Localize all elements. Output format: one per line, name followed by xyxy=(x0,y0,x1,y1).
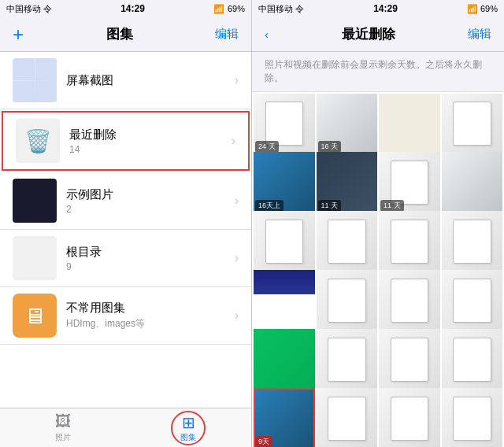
album-item-screenshots[interactable]: 屏幕截图 › xyxy=(0,52,251,109)
time-left: 14:29 xyxy=(120,3,145,14)
arrow-icon-screenshots: › xyxy=(235,73,239,87)
album-name-sample: 示例图片 xyxy=(66,187,235,202)
edit-button-left[interactable]: 编辑 xyxy=(215,27,239,42)
tab-item-albums[interactable]: ⊞ 图集 xyxy=(126,411,252,445)
photo-cell-18[interactable] xyxy=(317,329,378,390)
photo-cell-21[interactable]: 9天 xyxy=(254,388,315,447)
album-count-deleted: 14 xyxy=(69,144,232,155)
arrow-icon-root: › xyxy=(235,251,239,265)
album-name-screenshots: 屏幕截图 xyxy=(66,73,235,88)
arrow-icon-sample: › xyxy=(235,194,239,208)
photo-cell-23[interactable] xyxy=(379,388,440,447)
photo-cell-1[interactable]: 24 天 xyxy=(254,94,315,155)
photo-cell-7[interactable]: 11 天 xyxy=(379,152,440,213)
thumb-mini-4 xyxy=(35,81,57,103)
thumb-mini-1 xyxy=(13,58,35,80)
album-thumb-unused: 🖥 xyxy=(13,294,57,338)
photo-cell-13[interactable] xyxy=(254,270,315,331)
battery-left: 69% xyxy=(228,4,245,13)
photos-icon: 🖼 xyxy=(55,412,71,430)
album-info-root: 根目录 9 xyxy=(66,245,235,272)
tab-label-albums: 图集 xyxy=(180,432,196,443)
days-badge-7: 11 天 xyxy=(380,200,404,212)
album-thumb-root xyxy=(13,236,57,280)
photo-cell-10[interactable] xyxy=(317,211,378,272)
battery-right: 69% xyxy=(480,4,498,13)
arrow-icon-deleted: › xyxy=(232,134,235,148)
album-thumb-trash: 🗑️ xyxy=(16,119,60,163)
nav-bar-right: ‹ 最近删除 编辑 xyxy=(252,17,504,52)
page-title-right: 最近删除 xyxy=(342,25,395,43)
photo-cell-5[interactable]: 16天上 xyxy=(254,152,315,213)
album-count-root: 9 xyxy=(66,261,235,272)
right-panel: 中国移动 令 14:29 📶 69% ‹ 最近删除 编辑 照片和视频在删除前会显… xyxy=(252,0,504,447)
photo-cell-9[interactable] xyxy=(254,211,315,272)
carrier-left: 中国移动 令 xyxy=(6,3,52,15)
album-name-unused: 不常用图集 xyxy=(66,301,235,316)
album-thumb-screenshots xyxy=(13,58,57,102)
days-badge-5: 16天上 xyxy=(255,200,284,212)
photo-cell-19[interactable] xyxy=(379,329,440,390)
status-bar-left: 中国移动 令 14:29 📶 69% xyxy=(0,0,251,17)
photo-cell-17[interactable] xyxy=(254,329,315,390)
tab-active-ring: ⊞ 图集 xyxy=(171,411,206,445)
album-info-sample: 示例图片 2 xyxy=(66,187,235,215)
album-info-unused: 不常用图集 HDImg、images等 xyxy=(66,301,235,331)
photo-cell-20[interactable] xyxy=(442,329,503,390)
photo-cell-4[interactable] xyxy=(442,94,503,155)
album-item-sample[interactable]: 示例图片 2 › xyxy=(0,172,251,230)
album-count-sample: 2 xyxy=(66,204,235,215)
photo-cell-8[interactable] xyxy=(442,152,503,213)
photo-cell-24[interactable] xyxy=(442,388,503,447)
photo-cell-14[interactable] xyxy=(317,270,378,331)
photo-cell-15[interactable] xyxy=(379,270,440,331)
days-badge-1: 24 天 xyxy=(255,141,279,153)
thumb-mini-2 xyxy=(35,58,57,80)
tab-label-photos: 照片 xyxy=(55,432,71,443)
album-name-deleted: 最近删除 xyxy=(69,127,232,142)
carrier-right: 中国移动 令 xyxy=(258,3,304,15)
edit-button-right[interactable]: 编辑 xyxy=(468,27,491,42)
right-icons-left: 📶 69% xyxy=(213,4,245,14)
photo-cell-12[interactable] xyxy=(442,211,503,272)
back-button[interactable]: ‹ xyxy=(265,28,269,41)
chevron-left-icon: ‹ xyxy=(265,28,269,41)
time-right: 14:29 xyxy=(373,3,398,14)
nav-bar-left: + 图集 编辑 xyxy=(0,17,251,52)
signal-icon-right: 📶 xyxy=(467,4,478,13)
photo-cell-3[interactable] xyxy=(379,94,440,155)
monitor-icon: 🖥 xyxy=(24,303,46,329)
album-info-screenshots: 屏幕截图 xyxy=(66,73,235,88)
trash-icon: 🗑️ xyxy=(24,128,52,154)
tab-item-photos[interactable]: 🖼 照片 xyxy=(0,412,126,443)
photo-cell-6[interactable]: 11 天 xyxy=(317,152,378,213)
days-badge-6: 11 天 xyxy=(318,200,342,212)
photo-cell-2[interactable]: 16 天 xyxy=(317,94,378,155)
days-badge-21: 9天 xyxy=(255,436,272,447)
page-title-left: 图集 xyxy=(106,25,133,43)
album-item-recent-deleted[interactable]: 🗑️ 最近删除 14 › xyxy=(2,111,250,171)
photo-cell-11[interactable] xyxy=(379,211,440,272)
info-banner: 照片和视频在删除前会显示剩余天数。之后将永久删除。 xyxy=(252,52,504,92)
tab-bar: 🖼 照片 ⊞ 图集 xyxy=(0,408,251,447)
thumb-mini-3 xyxy=(13,81,35,103)
left-panel: 中国移动 令 14:29 📶 69% + 图集 编辑 屏幕截图 › xyxy=(0,0,252,447)
days-badge-2: 16 天 xyxy=(318,141,342,153)
album-count-unused: HDImg、images等 xyxy=(66,317,235,331)
photo-grid: 24 天 16 天 16天上 11 天 11 天 xyxy=(252,92,504,447)
album-item-unused[interactable]: 🖥 不常用图集 HDImg、images等 › xyxy=(0,287,251,345)
right-icons-right: 📶 69% xyxy=(467,4,498,14)
album-info-deleted: 最近删除 14 xyxy=(69,127,232,155)
album-list: 屏幕截图 › 🗑️ 最近删除 14 › 示例图片 xyxy=(0,52,251,408)
album-item-root[interactable]: 根目录 9 › xyxy=(0,230,251,287)
album-thumb-sample xyxy=(13,179,57,223)
signal-icon-left: 📶 xyxy=(213,4,224,14)
add-button[interactable]: + xyxy=(13,25,24,44)
album-name-root: 根目录 xyxy=(66,245,235,260)
photo-cell-22[interactable] xyxy=(317,388,378,447)
arrow-icon-unused: › xyxy=(235,308,239,323)
albums-icon: ⊞ xyxy=(182,413,195,432)
status-bar-right: 中国移动 令 14:29 📶 69% xyxy=(252,0,504,17)
photo-cell-16[interactable] xyxy=(442,270,503,331)
